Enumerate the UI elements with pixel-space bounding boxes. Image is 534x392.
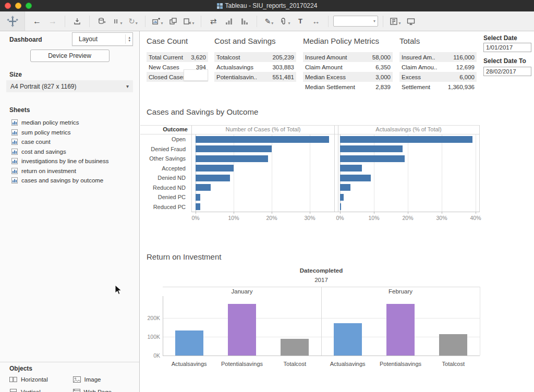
object-item-web-page[interactable]: Web Page	[73, 388, 137, 392]
redo-icon: →	[48, 17, 57, 26]
worksheet-icon	[11, 149, 18, 155]
add-data-button[interactable]	[94, 15, 109, 28]
sheet-item[interactable]: case count	[0, 137, 139, 147]
chevron-down-icon: ▾	[271, 21, 273, 26]
column-subheader: 2017	[163, 277, 480, 283]
add-data-icon	[98, 17, 106, 26]
presentation-mode-icon	[407, 17, 415, 26]
worksheet-icon	[11, 139, 18, 145]
fit-dropdown-button[interactable]: ▾	[333, 16, 378, 27]
dashboard-pane: Dashboard Layout ▴▾ Device Preview Size …	[0, 31, 140, 392]
image-icon	[73, 376, 81, 383]
sheet-item[interactable]: sum policy metrics	[0, 128, 139, 138]
bar-february-potentialsavings[interactable]	[386, 304, 415, 356]
tab-dashboard[interactable]: Dashboard	[9, 36, 42, 43]
save-icon	[73, 17, 81, 26]
horizontal-icon	[9, 376, 17, 383]
highlight-button[interactable]: ✎▾	[262, 15, 276, 28]
sheet-item-label: return on investment	[21, 168, 76, 174]
worksheet-icon	[11, 129, 18, 136]
toolbar-separator	[89, 16, 90, 27]
pane-stepper-icon[interactable]: ▴▾	[125, 34, 130, 44]
duplicate-sheet-button[interactable]	[166, 15, 180, 28]
tableau-doc-icon	[217, 3, 223, 9]
save-button[interactable]	[70, 15, 84, 28]
group-members-button[interactable]: ▾	[277, 15, 292, 28]
group-members-icon	[279, 17, 287, 26]
undo-button[interactable]: ←	[30, 15, 44, 28]
tab-layout[interactable]: Layout ▴▾	[72, 32, 133, 46]
sheet-item[interactable]: cost and savings	[0, 147, 139, 157]
bar-january-actualsavings[interactable]	[175, 330, 203, 356]
tableau-logo-button[interactable]	[0, 11, 25, 31]
toolbar-group	[70, 15, 84, 28]
chevron-down-icon: ▾	[288, 21, 290, 26]
undo-icon: ←	[33, 17, 41, 26]
sheet-item[interactable]: median policy metrics	[0, 118, 139, 128]
toolbar-separator	[257, 16, 257, 27]
pause-updates-button[interactable]: ▾	[110, 15, 125, 28]
refresh-button[interactable]: ↻▾	[126, 15, 140, 28]
swap-rows-columns-icon: ⇄	[210, 17, 217, 25]
toolbar-group: ✎▾▾T↔	[262, 15, 323, 28]
clear-sheet-button[interactable]: ▾	[181, 15, 196, 28]
chevron-down-icon: ▾	[192, 21, 194, 26]
object-item-image[interactable]: Image	[73, 375, 137, 384]
object-item-horizontal[interactable]: Horizontal	[9, 375, 73, 384]
bar-february-totalcost[interactable]	[439, 334, 467, 356]
category-label: Potentialsavings	[213, 361, 271, 367]
bar-january-potentialsavings[interactable]	[228, 304, 256, 356]
sheet-item[interactable]: investigations by line of business	[0, 156, 139, 166]
swap-rows-columns-button[interactable]: ⇄	[206, 15, 221, 28]
object-item-label: Image	[84, 376, 101, 383]
redo-button[interactable]: →	[45, 15, 60, 28]
axis-tick-label: 0K	[142, 352, 160, 359]
tableau-window: Tableau - SIU_reports_20170224 ←→▾↻▾▾▾⇄✎…	[0, 0, 534, 392]
toolbar-separator	[65, 16, 65, 27]
toolbar-group: ▾	[388, 15, 418, 28]
chevron-down-icon: ▾	[126, 83, 129, 89]
gridline	[480, 287, 480, 356]
duplicate-sheet-icon	[169, 17, 177, 26]
size-section-label: Size	[9, 71, 22, 78]
sort-descending-icon	[241, 18, 248, 25]
highlight-icon: ✎	[265, 18, 271, 25]
panel-header: February	[321, 288, 480, 295]
sheets-section-label: Sheets	[9, 106, 30, 114]
bar-january-totalcost[interactable]	[281, 339, 309, 356]
tab-layout-label: Layout	[79, 35, 98, 43]
new-worksheet-button[interactable]: ▾	[150, 15, 165, 28]
toolbar-group: ▾▾	[150, 15, 196, 28]
show-labels-button[interactable]: T	[293, 15, 308, 28]
sort-descending-button[interactable]	[237, 15, 252, 28]
axis-tick-label: 100K	[142, 334, 160, 340]
sheet-item-label: cost and savings	[21, 149, 66, 155]
object-item-label: Vertical	[21, 389, 41, 392]
objects-grid: HorizontalImageVerticalWeb Page	[9, 375, 136, 392]
presentation-mode-button[interactable]	[404, 15, 418, 28]
clear-sheet-icon	[183, 17, 191, 26]
vertical-icon	[9, 389, 17, 392]
size-dropdown[interactable]: A4 Portrait (827 x 1169) ▾	[6, 80, 133, 92]
toolbar-group: ▾↻▾	[94, 15, 140, 28]
chevron-down-icon: ▾	[161, 21, 163, 26]
chevron-down-icon: ▾	[136, 21, 138, 26]
sheet-item[interactable]: return on investment	[0, 166, 139, 176]
device-preview-button[interactable]: Device Preview	[30, 50, 110, 62]
object-item-vertical[interactable]: Vertical	[9, 388, 73, 392]
toolbar-group: ▾	[333, 16, 378, 27]
show-cards-icon	[390, 17, 398, 26]
new-worksheet-icon	[152, 17, 160, 26]
titlebar: Tableau - SIU_reports_20170224	[0, 0, 534, 11]
bar-february-actualsavings[interactable]	[334, 323, 362, 356]
sort-ascending-button[interactable]	[222, 15, 236, 28]
column-header: Datecompleted	[163, 267, 480, 274]
show-cards-button[interactable]: ▾	[388, 15, 403, 28]
category-label: Totalcost	[266, 361, 323, 367]
gridline	[163, 356, 480, 356]
fix-axes-button[interactable]: ↔	[309, 15, 323, 28]
category-label: Actualsavings	[161, 361, 218, 367]
toolbar-separator	[383, 16, 383, 27]
sheet-item-label: cases and savings by outcome	[21, 177, 103, 183]
sheet-item[interactable]: cases and savings by outcome	[0, 176, 139, 186]
